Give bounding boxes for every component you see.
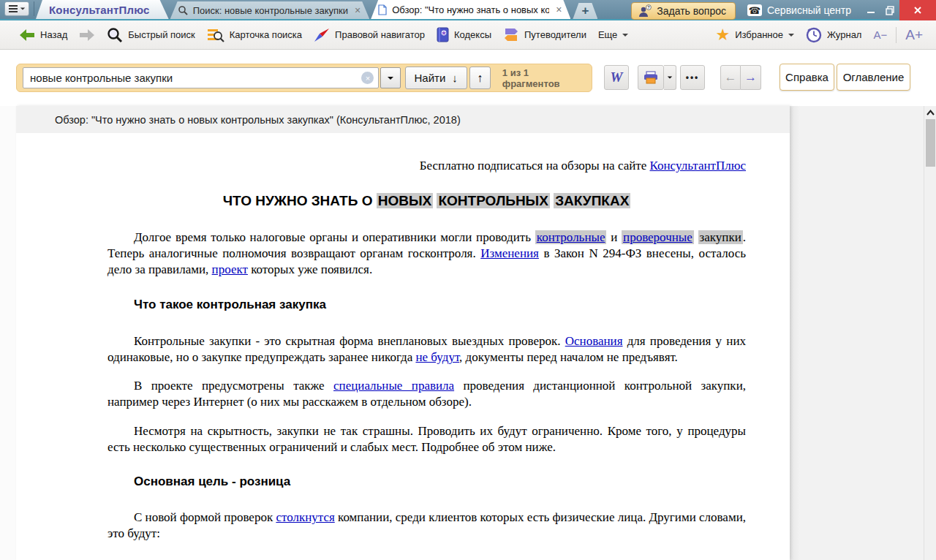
doc-back-button[interactable]: ← — [720, 65, 741, 90]
highlighted-term: КОНТРОЛЬНЫХ — [437, 193, 549, 208]
star-icon: ★ — [715, 27, 730, 43]
quick-search-label: Быстрый поиск — [128, 29, 195, 40]
arrow-up-icon: ↑ — [477, 72, 483, 85]
ellipsis-icon: ••• — [686, 72, 700, 83]
export-word-button[interactable]: W — [604, 65, 629, 90]
paragraph: Контрольные закупки - это скрытная форма… — [107, 333, 746, 366]
document-title-line: Обзор: "Что нужно знать о новых контроль… — [55, 114, 461, 126]
search-icon — [178, 5, 188, 15]
more-button[interactable]: Еще — [592, 26, 634, 43]
ask-question-button[interactable]: ? Задать вопрос — [631, 2, 736, 20]
arrow-left-icon: ← — [725, 70, 737, 85]
forward-arrow-icon — [79, 29, 95, 42]
service-center-button[interactable]: ☎ Сервисный центр — [747, 4, 851, 16]
back-button[interactable]: Назад — [13, 26, 73, 45]
doc-link[interactable]: Изменения — [480, 246, 539, 260]
search-input[interactable] — [23, 67, 379, 88]
highlighted-term: ЗАКУПКАХ — [554, 193, 630, 208]
clock-icon — [806, 27, 822, 43]
close-button[interactable] — [899, 0, 936, 20]
doc-link[interactable]: Основания — [565, 334, 623, 348]
toolbar-separator — [896, 27, 897, 43]
subscribe-line: Бесплатно подписаться на обзоры на сайте… — [107, 158, 746, 174]
print-button[interactable] — [638, 65, 664, 90]
search-card-label: Карточка поиска — [230, 29, 302, 40]
quick-search-button[interactable]: Быстрый поиск — [101, 24, 201, 46]
scrollbar-thumb[interactable] — [926, 119, 935, 167]
scroll-up-button[interactable] — [924, 106, 936, 118]
paragraph: С новой формой проверок столкнутся компа… — [107, 510, 746, 542]
legal-navigator-button[interactable]: Правовой навигатор — [308, 25, 431, 45]
caret-down-icon — [388, 77, 393, 80]
doc-link[interactable]: столкнутся — [276, 510, 334, 524]
font-increase-button[interactable]: A+ — [899, 25, 929, 45]
search-history-dropdown[interactable] — [380, 67, 400, 88]
printer-icon — [644, 71, 658, 84]
doc-link[interactable]: проект — [212, 262, 248, 276]
paragraph: Несмотря на скрытность, закупки не так с… — [107, 423, 746, 455]
codes-label: Кодексы — [454, 29, 491, 40]
magnifier-icon — [107, 27, 123, 43]
tab-document-view[interactable]: Обзор: "Что нужно знать о новых ко × — [371, 0, 570, 19]
app-logo: КонсультантПлюс — [49, 4, 150, 16]
doc-link[interactable]: проверочные — [622, 230, 694, 244]
codes-button[interactable]: Кодексы — [431, 24, 497, 45]
titlebar-separator — [34, 1, 34, 16]
titlebar: КонсультантПлюс Поиск: новые контрольные… — [0, 0, 936, 20]
doc-link[interactable]: специальные правила — [333, 379, 454, 393]
navigator-arrow-icon — [314, 28, 330, 42]
subscribe-link[interactable]: КонсультантПлюс — [650, 159, 746, 173]
tab-label: Поиск: новые контрольные закупки — [193, 5, 348, 16]
document-icon — [378, 4, 387, 15]
arrow-down-icon: ↓ — [452, 72, 458, 84]
find-previous-button[interactable]: ↑ — [469, 67, 491, 89]
tab-search-results[interactable]: Поиск: новые контрольные закупки × — [170, 1, 370, 19]
codex-book-icon — [437, 27, 449, 42]
new-tab-button[interactable]: + — [573, 3, 597, 19]
legal-navigator-label: Правовой навигатор — [335, 29, 425, 40]
document-panel: Обзор: "Что нужно знать о новых контроль… — [16, 106, 790, 560]
section-heading: Что такое контрольная закупка — [134, 298, 746, 312]
doc-link[interactable]: контрольные — [535, 230, 607, 244]
highlighted-term: НОВЫХ — [377, 193, 434, 208]
arrow-right-icon: → — [744, 70, 757, 85]
caret-down-icon — [668, 76, 672, 78]
main-area: Обзор: "Что нужно знать о новых контроль… — [0, 106, 936, 560]
document-body: Бесплатно подписаться на обзоры на сайте… — [16, 158, 790, 542]
chevron-down-icon — [622, 34, 628, 37]
forward-button[interactable] — [73, 26, 101, 45]
close-icon[interactable]: × — [554, 4, 563, 15]
guides-button[interactable]: Путеводители — [497, 25, 592, 45]
chevron-down-icon — [788, 34, 794, 37]
favorites-button[interactable]: ★ Избранное — [709, 24, 800, 46]
font-decrease-button[interactable]: A− — [867, 26, 893, 43]
contents-button[interactable]: Оглавление — [837, 64, 910, 91]
chevron-down-icon — [20, 7, 24, 10]
section-heading: Основная цель - розница — [134, 474, 746, 489]
more-actions-button[interactable]: ••• — [680, 65, 705, 90]
maximize-button[interactable] — [880, 2, 899, 18]
highlighted-term: закупки — [698, 230, 743, 244]
guides-label: Путеводители — [524, 29, 586, 40]
home-logo-tab[interactable]: КонсультантПлюс — [36, 0, 169, 19]
close-icon[interactable]: × — [353, 5, 362, 15]
more-label: Еще — [598, 29, 617, 40]
tab-label: Обзор: "Что нужно знать о новых ко — [392, 4, 549, 15]
main-menu-button[interactable] — [4, 1, 29, 16]
journal-button[interactable]: Журнал — [800, 24, 867, 46]
chevron-up-icon — [926, 110, 935, 116]
minimize-button[interactable] — [861, 2, 880, 18]
paragraph: Долгое время только налоговые органы и о… — [107, 230, 746, 278]
find-button[interactable]: Найти ↓ — [405, 67, 467, 89]
maximize-icon — [885, 5, 895, 15]
print-options-dropdown[interactable] — [664, 65, 676, 90]
vertical-scrollbar[interactable] — [924, 106, 936, 560]
help-button[interactable]: Справка — [780, 64, 834, 91]
plus-icon: + — [581, 4, 589, 18]
doc-forward-button[interactable]: → — [741, 65, 761, 90]
find-label: Найти — [415, 72, 446, 84]
doc-link[interactable]: не будут — [415, 350, 459, 364]
search-card-button[interactable]: Карточка поиска — [201, 25, 308, 45]
minimize-icon — [866, 5, 876, 15]
close-icon — [913, 5, 923, 15]
